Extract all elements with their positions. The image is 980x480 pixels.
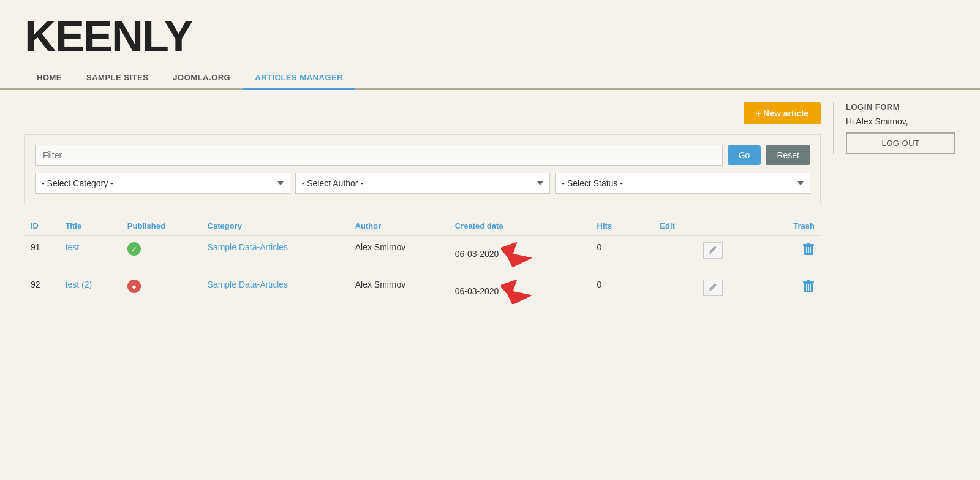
cell-created-date: 06-03-2020 bbox=[449, 236, 591, 273]
table-row: 92test (2)●Sample Data-ArticlesAlex Smir… bbox=[24, 273, 821, 311]
article-title-link[interactable]: test bbox=[66, 242, 80, 252]
trash-button[interactable] bbox=[802, 282, 815, 295]
login-form-title: LOGIN FORM bbox=[846, 102, 956, 112]
cell-edit bbox=[697, 273, 748, 311]
spacer-1 bbox=[635, 273, 654, 311]
nav-home[interactable]: HOME bbox=[24, 67, 74, 90]
category-link[interactable]: Sample Data-Articles bbox=[208, 280, 288, 289]
new-article-button[interactable]: + New article bbox=[744, 102, 821, 124]
login-greeting: Hi Alex Smirnov, bbox=[846, 116, 956, 126]
published-yes-icon[interactable]: ✓ bbox=[127, 242, 141, 256]
nav-joomla[interactable]: JOOMLA.ORG bbox=[160, 67, 243, 90]
col-header-title: Title bbox=[59, 216, 121, 236]
articles-table: ID Title Published Category Author Creat… bbox=[24, 216, 821, 311]
table-row: 91test✓Sample Data-ArticlesAlex Smirnov0… bbox=[24, 236, 821, 273]
content-area: + New article Go Reset - Select Category… bbox=[24, 102, 821, 311]
cell-author: Alex Smirnov bbox=[349, 236, 449, 273]
nav-sample-sites[interactable]: SAMPLE SITES bbox=[74, 67, 160, 90]
cell-published: ✓ bbox=[121, 236, 202, 273]
spacer-2 bbox=[654, 273, 697, 311]
pencil-icon bbox=[709, 283, 717, 291]
svg-rect-12 bbox=[807, 280, 810, 282]
edit-button[interactable] bbox=[703, 242, 723, 259]
cell-category: Sample Data-Articles bbox=[202, 273, 349, 311]
red-arrow-icon bbox=[501, 242, 532, 267]
svg-marker-8 bbox=[501, 280, 532, 304]
spacer-3 bbox=[748, 273, 767, 311]
cell-edit bbox=[697, 236, 748, 273]
trash-icon bbox=[802, 280, 815, 293]
sidebar: LOGIN FORM Hi Alex Smirnov, LOG OUT bbox=[833, 102, 956, 311]
status-select[interactable]: - Select Status - bbox=[555, 173, 810, 194]
filter-reset-button[interactable]: Reset bbox=[766, 145, 810, 165]
trash-icon bbox=[802, 242, 815, 256]
col-header-author: Author bbox=[349, 216, 449, 236]
svg-rect-4 bbox=[807, 243, 810, 245]
article-title-link[interactable]: test (2) bbox=[66, 280, 92, 289]
created-date-text: 06-03-2020 bbox=[455, 249, 499, 259]
col-header-hits: Hits bbox=[591, 216, 635, 236]
login-form-box: LOGIN FORM Hi Alex Smirnov, LOG OUT bbox=[833, 102, 956, 154]
cell-created-date: 06-03-2020 bbox=[449, 273, 591, 311]
svg-marker-0 bbox=[501, 242, 532, 267]
col-header-created-date: Created date bbox=[449, 216, 591, 236]
col-header-category: Category bbox=[202, 216, 349, 236]
filter-box: Go Reset - Select Category - - Select Au… bbox=[24, 134, 821, 204]
col-header-spacer1 bbox=[635, 216, 654, 236]
spacer-1 bbox=[635, 236, 654, 273]
col-header-spacer3 bbox=[748, 216, 767, 236]
pencil-icon bbox=[709, 245, 717, 254]
category-link[interactable]: Sample Data-Articles bbox=[208, 242, 288, 252]
cell-title: test (2) bbox=[59, 273, 121, 311]
cell-trash bbox=[767, 236, 821, 273]
spacer-2 bbox=[654, 236, 697, 273]
cell-published: ● bbox=[121, 273, 202, 311]
cell-author: Alex Smirnov bbox=[349, 273, 449, 311]
cell-trash bbox=[767, 273, 821, 311]
category-select[interactable]: - Select Category - bbox=[35, 173, 290, 194]
edit-button[interactable] bbox=[703, 280, 723, 296]
col-header-published: Published bbox=[121, 216, 202, 236]
toolbar: + New article bbox=[24, 102, 821, 124]
col-header-edit: Edit bbox=[654, 216, 697, 236]
nav-articles-manager[interactable]: ARTICLES MANAGER bbox=[243, 67, 355, 90]
filter-input[interactable] bbox=[35, 145, 723, 166]
col-header-trash: Trash bbox=[767, 216, 821, 236]
cell-hits: 0 bbox=[591, 236, 635, 273]
trash-button[interactable] bbox=[802, 245, 815, 258]
published-no-icon[interactable]: ● bbox=[127, 280, 141, 293]
spacer-3 bbox=[748, 236, 767, 273]
red-arrow-icon bbox=[501, 280, 532, 304]
created-date-text: 06-03-2020 bbox=[455, 286, 499, 296]
cell-id: 91 bbox=[24, 236, 59, 273]
filter-go-button[interactable]: Go bbox=[728, 145, 761, 165]
logout-button[interactable]: LOG OUT bbox=[846, 132, 956, 154]
main-nav: HOME SAMPLE SITES JOOMLA.ORG ARTICLES MA… bbox=[24, 67, 956, 88]
cell-title: test bbox=[59, 236, 121, 273]
cell-hits: 0 bbox=[591, 273, 635, 311]
author-select[interactable]: - Select Author - bbox=[295, 173, 551, 194]
col-header-spacer2 bbox=[697, 216, 748, 236]
site-title: KEENLY bbox=[24, 12, 956, 61]
cell-id: 92 bbox=[24, 273, 59, 311]
col-header-id: ID bbox=[24, 216, 59, 236]
cell-category: Sample Data-Articles bbox=[202, 236, 349, 273]
